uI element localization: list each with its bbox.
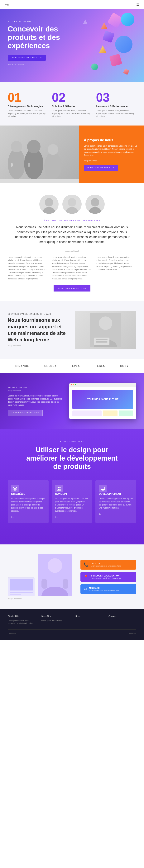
feat-card-title-0: STRATÉGIE: [11, 492, 45, 495]
brand-tesla: TESLA: [95, 365, 105, 368]
web-services-section: SERVICES D'ASSISTANCE DU SITE WEB Nous f…: [0, 301, 144, 359]
svg-point-9: [43, 207, 55, 214]
people-group: [0, 125, 79, 179]
pb-card-message-content: MESSAGE Lorem ipsum dolor sit amet conse…: [89, 587, 119, 591]
pb-person-image: [38, 554, 72, 596]
footer-col-4-title: Contact: [109, 615, 136, 617]
svg-rect-22: [57, 489, 59, 490]
pb-img-container: [8, 554, 75, 596]
ws-person-svg: [86, 313, 125, 347]
about-card-source: Image de Freepik: [84, 160, 140, 162]
svg-rect-20: [57, 487, 59, 488]
footer: Studio Title Lorem ipsum dolor sit amet,…: [0, 609, 144, 641]
menu-button[interactable]: ☰: [136, 2, 139, 6]
redesign-right: YOUR KIDS IS OUR FUTURE: [69, 383, 136, 419]
hero-cta-button[interactable]: APPRENDRE ENCORE PLUS: [8, 55, 46, 61]
feat-link-2[interactable]: lire: [99, 513, 102, 515]
about-card-text: Lorem ipsum dolor sit amet, consectetur …: [84, 145, 140, 157]
brand-crolla: CROLLA: [45, 365, 57, 368]
redesign-text: Ut enim ad minim veniam, quis nostrud ex…: [8, 394, 63, 407]
about-cta-button[interactable]: APPRENDRE ENCORE PLUS: [84, 165, 118, 170]
svg-rect-6: [11, 163, 13, 167]
screen-hero-img: YOUR KIDS IS OUR FUTURE: [73, 390, 133, 409]
pb-card-message-title: MESSAGE: [89, 587, 119, 589]
brands-section: BINANCE CROLLA EV3A TESLA SONY: [0, 359, 144, 373]
svg-point-1: [11, 141, 22, 152]
svg-point-30: [48, 558, 62, 573]
pb-left: Images de Freepik: [8, 554, 75, 600]
redesign-source: Image de Freepik: [8, 390, 63, 392]
strategie-icon: [11, 485, 19, 492]
ws-title: Nous fournissons aux marques un support …: [8, 317, 69, 343]
svg-rect-28: [9, 594, 21, 595]
svg-point-13: [89, 207, 101, 214]
developpement-icon: [99, 485, 107, 492]
number-col-3: 03 Lancement & Performance Lorem ipsum d…: [96, 91, 136, 118]
professionals-section: À PROPOS DES SERVICES PROFESSIONNELS Nou…: [0, 183, 144, 301]
about-card-title: À propos de nous: [84, 138, 140, 142]
svg-point-3: [27, 140, 40, 153]
svg-rect-32: [41, 579, 47, 589]
avatar-1: [39, 195, 59, 214]
svg-rect-19: [96, 341, 108, 343]
pb-cards: 📞 CALL US Lorem ipsum dolor sit amet con…: [81, 560, 136, 594]
hero-title: Concevoir des produits et des expérience…: [8, 25, 73, 50]
professionals-title: Nous sommes une petite équipe d'humains …: [15, 225, 129, 244]
svg-point-0: [8, 149, 25, 179]
hero-label: STUDIO DE DESIGN: [8, 20, 136, 23]
pro-col-1: Lorem ipsum dolor sit amet, consectetur …: [8, 256, 48, 280]
screen-bar: [69, 383, 136, 387]
number-col-1: 01 Développement Technologies Lorem ipsu…: [8, 91, 48, 118]
footer-top: Studio Title Lorem ipsum dolor sit amet,…: [8, 615, 136, 625]
svg-point-12: [91, 198, 99, 207]
footer-bottom: Footer Text Footer Text: [8, 629, 136, 634]
feat-link-0[interactable]: lire: [11, 516, 13, 518]
professionals-label: À PROPOS DES SERVICES PROFESSIONNELS: [8, 220, 136, 222]
location-icon: 📍: [84, 575, 88, 579]
logo: logo: [5, 3, 10, 6]
footer-col-1: Studio Title Lorem ipsum dolor sit amet,…: [8, 615, 35, 625]
concept-icon: [55, 485, 63, 492]
redesign-cta-button[interactable]: APPRENDRE ENCORE PLUS: [8, 410, 42, 416]
avatar-3: [85, 195, 105, 214]
professionals-source: Images de Freepik: [8, 250, 136, 252]
svg-point-8: [45, 198, 53, 207]
number-text-1: Lorem ipsum dolor sit amet, consectetur …: [8, 109, 48, 118]
dot-yellow: [73, 384, 74, 385]
people-svg: [3, 125, 76, 179]
avatar-2: [62, 195, 82, 214]
number-01: 01: [8, 91, 48, 104]
phone-icon: 📞: [84, 562, 88, 567]
hero-shape-5: [115, 36, 133, 53]
footer-col-2-text: Lorem ipsum dolor sit amet.: [41, 619, 69, 622]
footer-col-1-text: Lorem ipsum dolor sit amet, consectetur …: [8, 619, 35, 625]
feat-card-title-2: DÉVELOPPEMENT: [99, 492, 133, 495]
avatar-3-svg: [85, 195, 105, 214]
message-icon: ✉: [84, 587, 87, 591]
dev-svg: [100, 486, 105, 491]
about-image: [0, 125, 79, 183]
features-section: FONCTIONNALITÉS Utiliser le design pour …: [0, 429, 144, 545]
feat-card-text-2: Développer une application utile à parti…: [99, 497, 133, 509]
number-text-2: Lorem ipsum dolor sit amet, consectetur …: [52, 109, 92, 118]
hero-section: STUDIO DE DESIGN Concevoir des produits …: [0, 9, 144, 82]
redesign-title-sm: Refonte du site Web: [8, 386, 63, 389]
pb-right: 📞 CALL US Lorem ipsum dolor sit amet con…: [81, 560, 136, 594]
hero-shape-6: [99, 45, 107, 53]
screen-block-3: [119, 410, 133, 416]
svg-rect-26: [9, 579, 33, 590]
number-col-2: 02 Création & Sélection Lorem ipsum dolo…: [52, 91, 92, 118]
screen-blocks: [73, 410, 133, 416]
redesign-screen: YOUR KIDS IS OUR FUTURE: [69, 383, 136, 419]
svg-point-10: [68, 198, 76, 207]
pb-card-call-title: CALL US: [91, 562, 121, 565]
header: logo ☰: [0, 0, 144, 9]
professionals-cta-button[interactable]: APPRENDRE ENCORE PLUS: [54, 285, 90, 291]
feat-card-text-0: La plateforme intuitive permet à chaque …: [11, 497, 45, 513]
number-03: 03: [96, 91, 136, 104]
pb-card-location-content: & TROUVER LOCALISATION Lorem ipsum dolor…: [91, 575, 121, 579]
pb-card-message-text: Lorem ipsum dolor sit amet consectetur: [89, 590, 119, 591]
redesign-left: Refonte du site Web Image de Freepik Ut …: [8, 386, 63, 416]
feat-link-1[interactable]: lire: [55, 516, 58, 518]
svg-rect-7: [28, 163, 30, 167]
